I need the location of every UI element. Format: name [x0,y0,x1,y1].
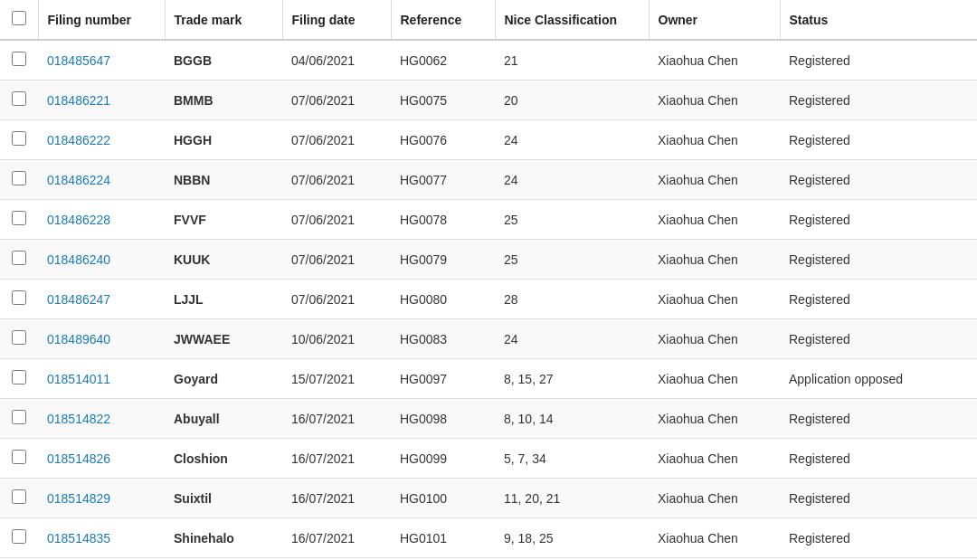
filing-number-link[interactable]: 018514829 [47,491,110,506]
filing-number-cell: 018486228 [38,200,165,240]
trade-mark-cell: Abuyall [165,399,282,439]
filing-date-cell: 07/06/2021 [282,160,391,200]
row-checkbox-cell[interactable] [0,160,38,200]
table-row: 018486240KUUK07/06/2021HG007925Xiaohua C… [0,240,977,280]
trade-mark-value: NBBN [174,173,210,187]
row-checkbox-cell[interactable] [0,399,38,439]
filing-number-cell: 018486240 [38,240,165,280]
trade-mark-value: Closhion [174,451,228,466]
trade-mark-value: KUUK [174,252,210,267]
reference-cell: HG0078 [391,200,495,240]
trade-mark-value: BGGB [174,53,212,68]
reference-cell: HG0101 [391,518,495,558]
trade-mark-value: Goyard [174,372,218,386]
row-checkbox[interactable] [12,290,26,305]
status-cell: Registered [780,280,977,319]
filing-date-cell: 04/06/2021 [282,40,391,81]
filing-date-cell: 16/07/2021 [282,479,391,518]
row-checkbox[interactable] [12,171,26,185]
reference-cell: HG0080 [391,280,495,319]
row-checkbox-cell[interactable] [0,240,38,280]
row-checkbox-cell[interactable] [0,319,38,359]
table-row: 018514835Shinehalo16/07/2021HG01019, 18,… [0,518,977,558]
table-row: 018486222HGGH07/06/2021HG007624Xiaohua C… [0,120,977,160]
owner-cell: Xiaohua Chen [649,399,780,439]
owner-cell: Xiaohua Chen [649,359,780,399]
filing-number-link[interactable]: 018485647 [47,53,110,68]
row-checkbox-cell[interactable] [0,280,38,319]
row-checkbox[interactable] [12,52,26,66]
row-checkbox[interactable] [12,131,26,146]
row-checkbox[interactable] [12,211,26,225]
filing-number-link[interactable]: 018486221 [47,93,110,108]
row-checkbox-cell[interactable] [0,40,38,81]
filing-number-link[interactable]: 018486247 [47,292,110,307]
trade-mark-cell: NBBN [165,160,282,200]
select-all-checkbox[interactable] [12,11,26,25]
row-checkbox[interactable] [12,370,26,384]
filing-number-cell: 018485647 [38,40,165,81]
trade-mark-cell: BMMB [165,81,282,120]
row-checkbox-cell[interactable] [0,120,38,160]
trade-mark-cell: LJJL [165,280,282,319]
filing-number-link[interactable]: 018486228 [47,213,110,227]
nice-classification-cell: 24 [495,120,649,160]
row-checkbox[interactable] [12,450,26,464]
trade-mark-value: Suixtil [174,491,212,506]
row-checkbox[interactable] [12,91,26,106]
trade-mark-cell: Goyard [165,359,282,399]
owner-cell: Xiaohua Chen [649,439,780,479]
row-checkbox-cell[interactable] [0,439,38,479]
filing-date-cell: 10/06/2021 [282,319,391,359]
reference-cell: HG0062 [391,40,495,81]
table-row: 018486221BMMB07/06/2021HG007520Xiaohua C… [0,81,977,120]
filing-number-link[interactable]: 018514835 [47,531,110,546]
filing-number-link[interactable]: 018514826 [47,451,110,466]
owner-cell: Xiaohua Chen [649,240,780,280]
reference-cell: HG0097 [391,359,495,399]
owner-cell: Xiaohua Chen [649,280,780,319]
filing-number-link[interactable]: 018514011 [47,372,110,386]
filing-number-link[interactable]: 018514822 [47,412,110,426]
reference-cell: HG0076 [391,120,495,160]
row-checkbox[interactable] [12,529,26,544]
filing-number-link[interactable]: 018489640 [47,332,110,346]
header-trade-mark: Trade mark [165,0,282,40]
row-checkbox-cell[interactable] [0,359,38,399]
row-checkbox[interactable] [12,330,26,345]
filing-number-link[interactable]: 018486224 [47,173,110,187]
table-row: 018486228FVVF07/06/2021HG007825Xiaohua C… [0,200,977,240]
reference-cell: HG0075 [391,81,495,120]
filing-date-cell: 07/06/2021 [282,240,391,280]
nice-classification-cell: 8, 15, 27 [495,359,649,399]
table-row: 018485647BGGB04/06/2021HG006221Xiaohua C… [0,40,977,81]
header-nice-classification: Nice Classification [495,0,649,40]
trade-mark-cell: Closhion [165,439,282,479]
filing-number-link[interactable]: 018486222 [47,133,110,147]
main-table-container: Filing number Trade mark Filing date Ref… [0,0,977,558]
row-checkbox-cell[interactable] [0,518,38,558]
status-cell: Application opposed [780,359,977,399]
header-filing-date: Filing date [282,0,391,40]
filing-number-link[interactable]: 018486240 [47,252,110,267]
trade-mark-value: Shinehalo [174,531,234,546]
header-checkbox-cell[interactable] [0,0,38,40]
filing-number-cell: 018486222 [38,120,165,160]
table-header-row: Filing number Trade mark Filing date Ref… [0,0,977,40]
reference-cell: HG0083 [391,319,495,359]
table-row: 018514822Abuyall16/07/2021HG00988, 10, 1… [0,399,977,439]
header-status: Status [780,0,977,40]
row-checkbox[interactable] [12,410,26,424]
nice-classification-cell: 24 [495,319,649,359]
status-cell: Registered [780,439,977,479]
reference-cell: HG0077 [391,160,495,200]
status-cell: Registered [780,319,977,359]
row-checkbox[interactable] [12,489,26,504]
row-checkbox[interactable] [12,251,26,265]
owner-cell: Xiaohua Chen [649,160,780,200]
filing-date-cell: 16/07/2021 [282,399,391,439]
row-checkbox-cell[interactable] [0,200,38,240]
row-checkbox-cell[interactable] [0,479,38,518]
status-cell: Registered [780,200,977,240]
row-checkbox-cell[interactable] [0,81,38,120]
